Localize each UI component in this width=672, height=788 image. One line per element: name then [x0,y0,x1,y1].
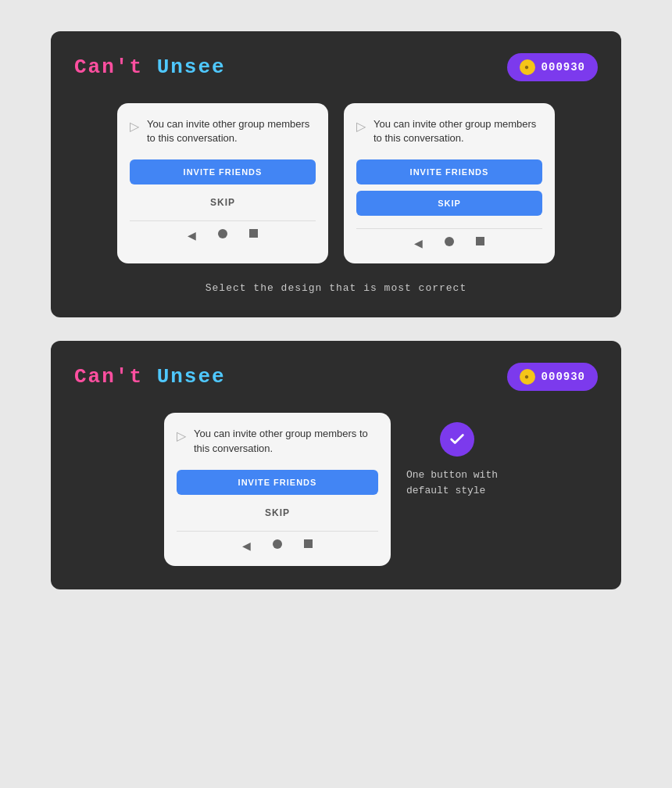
choices-row: ▷ You can invite other group members to … [74,103,598,263]
skip-button-right[interactable]: SKIP [356,191,542,216]
correct-check-badge [440,422,474,457]
send-icon-left: ▷ [130,119,139,134]
answer-nav-bar: ◀ [177,531,378,555]
answer-message-text: You can invite other group members to th… [194,427,378,455]
answer-invite-button[interactable]: INVITE FRIENDS [177,470,378,495]
checkmark-icon [449,431,466,448]
nav-bar-right: ◀ [356,228,542,253]
message-text-right: You can invite other group members to th… [374,117,542,145]
home-nav-left [218,229,227,238]
back-nav-left[interactable]: ◀ [188,229,196,242]
answer-card: ▷ You can invite other group members to … [164,413,391,565]
recent-nav-right [476,237,484,245]
coin-icon: ● [520,59,535,75]
home-nav-right [445,237,454,246]
answer-badge-group: One button with default style [406,413,508,498]
coin-badge: ● 000930 [507,53,598,81]
choice-right[interactable]: ▷ You can invite other group members to … [344,103,555,263]
invite-button-left[interactable]: INVITE FRIENDS [130,159,316,184]
recent-nav-left [249,229,258,238]
answer-recent-nav [304,539,313,548]
answer-skip-button[interactable]: SKIP [177,501,378,525]
message-row-right: ▷ You can invite other group members to … [356,117,542,145]
answer-logo-unsee: Unsee [157,365,226,389]
logo-cant: Can't [74,56,143,79]
answer-coin-badge: ● 000930 [507,363,598,391]
answer-panel: Can't Unsee ● 000930 ▷ You can invite ot… [51,341,621,589]
select-prompt: Select the design that is most correct [74,282,598,294]
message-row-left: ▷ You can invite other group members to … [130,117,316,145]
answer-send-icon: ▷ [177,428,186,443]
back-nav-right[interactable]: ◀ [414,237,423,249]
message-text-left: You can invite other group members to th… [147,117,316,145]
answer-back-nav[interactable]: ◀ [242,539,251,552]
panel-header: Can't Unsee ● 000930 [74,53,598,81]
nav-bar-left: ◀ [130,220,316,245]
answer-label-text: One button with default style [406,467,508,498]
answer-message-row: ▷ You can invite other group members to … [177,427,378,455]
invite-button-right[interactable]: INVITE FRIENDS [356,159,542,184]
answer-home-nav [273,539,282,549]
answer-logo-cant: Can't [74,365,143,389]
answer-coin-value: 000930 [542,371,585,383]
choice-left[interactable]: ▷ You can invite other group members to … [117,103,328,263]
logo: Can't Unsee [74,56,226,79]
answer-panel-header: Can't Unsee ● 000930 [74,363,598,391]
question-panel: Can't Unsee ● 000930 ▷ You can invite ot… [51,31,621,317]
answer-section: ▷ You can invite other group members to … [74,413,598,565]
answer-coin-icon: ● [520,369,535,385]
answer-logo: Can't Unsee [74,365,226,389]
coin-value: 000930 [542,61,585,73]
send-icon-right: ▷ [356,119,366,134]
logo-unsee: Unsee [157,56,226,79]
skip-button-left[interactable]: SKIP [130,191,316,214]
